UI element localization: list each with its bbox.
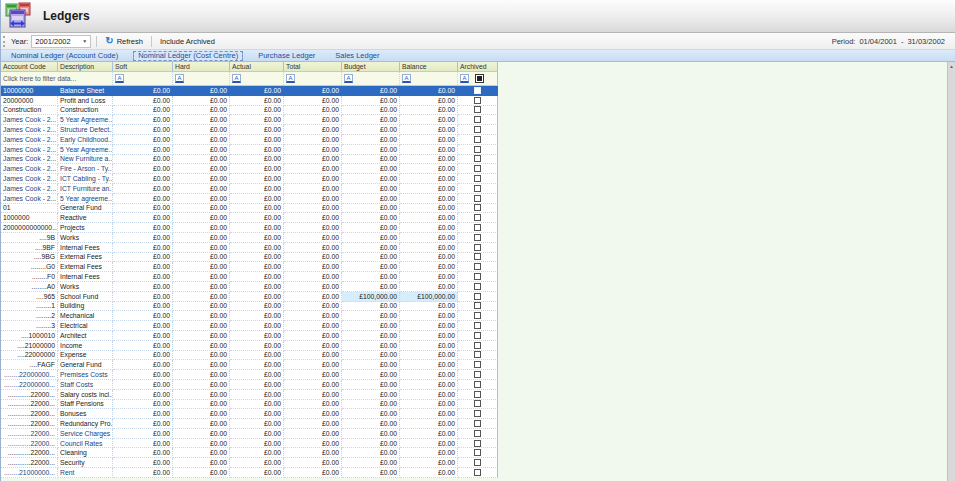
archived-checkbox[interactable]	[474, 97, 481, 104]
table-row[interactable]: 2000000000000...Projects£0.00£0.00£0.00£…	[1, 223, 498, 233]
table-row[interactable]: ............22000...Staff Pensions£0.00£…	[1, 400, 498, 410]
column-header-total[interactable]: Total	[284, 62, 342, 71]
table-row[interactable]: 01General Fund£0.00£0.00£0.00£0.00£0.00£…	[1, 204, 498, 214]
archived-checkbox[interactable]	[474, 126, 481, 133]
archived-checkbox[interactable]	[474, 273, 481, 280]
table-row[interactable]: ............22000...Redundancy Pro...£0.…	[1, 419, 498, 429]
include-archived-button[interactable]: Include Archived	[157, 37, 218, 46]
table-row[interactable]: 20000000Profit and Loss£0.00£0.00£0.00£0…	[1, 96, 498, 106]
table-row[interactable]: ConstructionConstruction£0.00£0.00£0.00£…	[1, 106, 498, 116]
table-row[interactable]: ....FAGFGeneral Fund£0.00£0.00£0.00£0.00…	[1, 360, 498, 370]
scrollbar-top-icon[interactable]: ▴	[949, 63, 955, 69]
tab-nominal-ledger-cost-centre[interactable]: Nominal Ledger (Cost Centre)	[133, 51, 243, 61]
filter-cell-soft[interactable]: A	[113, 72, 173, 85]
table-row[interactable]: ....9BWorks£0.00£0.00£0.00£0.00£0.00£0.0…	[1, 233, 498, 243]
table-row[interactable]: ........22000000...Premises Costs£0.00£0…	[1, 370, 498, 380]
filter-icon[interactable]: A	[344, 74, 353, 83]
table-row[interactable]: ........2Mechanical£0.00£0.00£0.00£0.00£…	[1, 311, 498, 321]
archived-checkbox[interactable]	[474, 244, 481, 251]
table-row[interactable]: ....22000000Expense£0.00£0.00£0.00£0.00£…	[1, 351, 498, 361]
archived-checkbox[interactable]	[474, 381, 481, 388]
archived-checkbox[interactable]	[474, 302, 481, 309]
filter-cell-balance[interactable]: A	[400, 72, 458, 85]
table-row[interactable]: ........A0Works£0.00£0.00£0.00£0.00£0.00…	[1, 282, 498, 292]
column-header-actual[interactable]: Actual	[230, 62, 284, 71]
vertical-scrollbar[interactable]: ▴	[947, 62, 955, 481]
tab-purchase-ledger[interactable]: Purchase Ledger	[248, 50, 325, 61]
archived-checkbox[interactable]	[474, 420, 481, 427]
filter-cell-total[interactable]: A	[284, 72, 342, 85]
filter-icon[interactable]: A	[402, 74, 411, 83]
table-row[interactable]: James Cook - 2...5 Year Agreeme...£0.00£…	[1, 115, 498, 125]
table-row[interactable]: ........1Building£0.00£0.00£0.00£0.00£0.…	[1, 302, 498, 312]
archived-checkbox[interactable]	[474, 312, 481, 319]
table-row[interactable]: James Cook - 2...Fire - Arson - Ty...£0.…	[1, 164, 498, 174]
archived-checkbox[interactable]	[474, 185, 481, 192]
archived-checkbox[interactable]	[474, 391, 481, 398]
tab-nominal-ledger-account-code[interactable]: Nominal Ledger (Account Code)	[1, 50, 128, 61]
filter-icon[interactable]: A	[286, 74, 295, 83]
column-header-budget[interactable]: Budget	[342, 62, 400, 71]
filter-icon[interactable]: A	[232, 74, 241, 83]
column-header-archived[interactable]: Archived	[458, 62, 498, 71]
archived-checkbox[interactable]	[474, 440, 481, 447]
table-row[interactable]: ........22000000...Staff Costs£0.00£0.00…	[1, 380, 498, 390]
refresh-button[interactable]: ↻ Refresh	[102, 36, 146, 46]
archived-checkbox[interactable]	[474, 175, 481, 182]
filter-cell-archived[interactable]: A	[458, 72, 498, 85]
table-row[interactable]: James Cook - 2...New Furniture a...£0.00…	[1, 155, 498, 165]
archived-checkbox[interactable]	[474, 87, 481, 94]
column-header-hard[interactable]: Hard	[173, 62, 230, 71]
filter-cell-hard[interactable]: A	[173, 72, 230, 85]
table-row[interactable]: ........F0Internal Fees£0.00£0.00£0.00£0…	[1, 272, 498, 282]
table-row[interactable]: James Cook - 2...ICT Cabling - Ty...£0.0…	[1, 174, 498, 184]
table-row[interactable]: ............22000...Bonuses£0.00£0.00£0.…	[1, 409, 498, 419]
column-header-account-code[interactable]: Account Code	[1, 62, 58, 71]
archived-checkbox[interactable]	[474, 361, 481, 368]
filter-icon[interactable]: A	[460, 74, 469, 83]
table-row[interactable]: 10000000Balance Sheet£0.00£0.00£0.00£0.0…	[1, 86, 498, 96]
archived-checkbox[interactable]	[474, 136, 481, 143]
table-row[interactable]: ....9BGExternal Fees£0.00£0.00£0.00£0.00…	[1, 253, 498, 263]
table-row[interactable]: ............22000...Security£0.00£0.00£0…	[1, 458, 498, 468]
table-row[interactable]: James Cook - 2...Early Childhood...£0.00…	[1, 135, 498, 145]
archived-checkbox[interactable]	[474, 165, 481, 172]
filter-icon[interactable]: A	[175, 74, 184, 83]
archived-checkbox[interactable]	[474, 459, 481, 466]
table-row[interactable]: ........G0External Fees£0.00£0.00£0.00£0…	[1, 262, 498, 272]
table-row[interactable]: 1000000Reactive£0.00£0.00£0.00£0.00£0.00…	[1, 213, 498, 223]
archived-checkbox[interactable]	[474, 263, 481, 270]
archived-checkbox[interactable]	[474, 234, 481, 241]
table-row[interactable]: ............22000...Salary costs incl...…	[1, 390, 498, 400]
archived-checkbox[interactable]	[474, 155, 481, 162]
filter-cell-budget[interactable]: A	[342, 72, 400, 85]
archived-checkbox[interactable]	[474, 224, 481, 231]
tab-sales-ledger[interactable]: Sales Ledger	[325, 50, 389, 61]
archived-checkbox[interactable]	[474, 146, 481, 153]
table-row[interactable]: ........21000000...Rent£0.00£0.00£0.00£0…	[1, 468, 498, 478]
year-dropdown[interactable]: 2001/2002 ▼	[31, 35, 91, 48]
archived-checkbox[interactable]	[474, 342, 481, 349]
table-row[interactable]: ....965School Fund£0.00£0.00£0.00£0.00£1…	[1, 292, 498, 302]
archived-checkbox[interactable]	[474, 116, 481, 123]
column-header-description[interactable]: Description	[58, 62, 113, 71]
archived-checkbox[interactable]	[474, 430, 481, 437]
table-row[interactable]: ....9BFInternal Fees£0.00£0.00£0.00£0.00…	[1, 243, 498, 253]
archived-checkbox[interactable]	[474, 371, 481, 378]
table-row[interactable]: James Cook - 2...5 Year Agreeme...£0.00£…	[1, 145, 498, 155]
archived-checkbox[interactable]	[474, 195, 481, 202]
filter-hint-cell[interactable]: Click here to filter data...	[1, 72, 113, 85]
archived-checkbox[interactable]	[474, 410, 481, 417]
archived-checkbox[interactable]	[474, 293, 481, 300]
archived-checkbox[interactable]	[474, 351, 481, 358]
table-row[interactable]: ............22000...Service Charges£0.00…	[1, 429, 498, 439]
table-row[interactable]: ............22000...Cleaning£0.00£0.00£0…	[1, 448, 498, 458]
archived-checkbox[interactable]	[474, 283, 481, 290]
column-header-soft[interactable]: Soft	[113, 62, 173, 71]
archived-checkbox[interactable]	[474, 400, 481, 407]
table-row[interactable]: ....1000010Architect£0.00£0.00£0.00£0.00…	[1, 331, 498, 341]
archived-checkbox[interactable]	[474, 449, 481, 456]
archived-checkbox[interactable]	[474, 332, 481, 339]
archived-checkbox[interactable]	[474, 322, 481, 329]
table-row[interactable]: ............22000...Council Rates£0.00£0…	[1, 439, 498, 449]
